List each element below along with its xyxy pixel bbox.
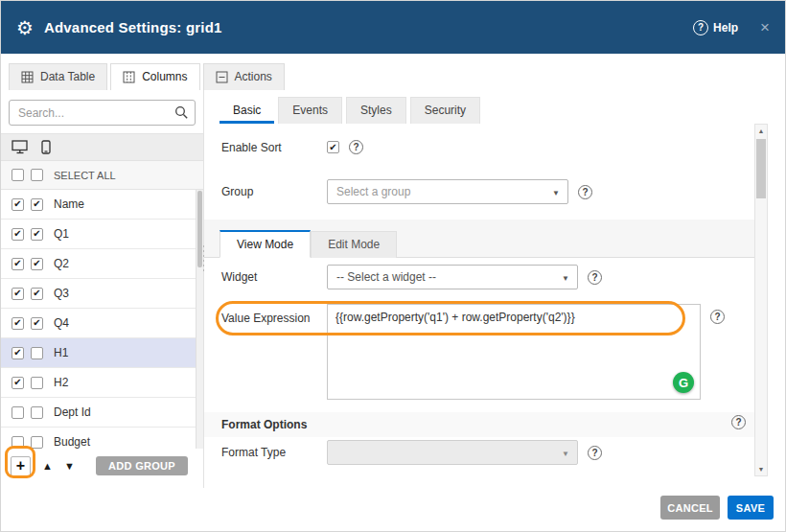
list-item[interactable]: ✔✔Q4	[1, 309, 203, 338]
actions-icon	[216, 71, 228, 83]
search-icon[interactable]	[174, 105, 189, 120]
desktop-checkbox[interactable]	[12, 436, 24, 449]
column-label: H2	[54, 376, 68, 389]
widget-row: Widget -- Select a widget -- ▼ ?	[221, 265, 602, 289]
desktop-checkbox[interactable]: ✔	[12, 258, 24, 270]
select-all-mobile-checkbox[interactable]	[31, 169, 43, 181]
mobile-checkbox[interactable]: ✔	[31, 258, 43, 270]
scroll-up-icon[interactable]: ▲	[755, 125, 767, 137]
tab-basic[interactable]: Basic	[220, 97, 274, 124]
format-options-help-icon[interactable]: ?	[731, 415, 746, 429]
value-expression-row: Value Expression {{row.getProperty('q1')…	[221, 304, 725, 400]
desktop-checkbox[interactable]: ✔	[12, 317, 24, 330]
header-actions: ? Help ×	[693, 19, 770, 35]
list-item[interactable]: ✔H1	[1, 338, 203, 368]
mobile-checkbox[interactable]: ✔	[31, 288, 43, 300]
desktop-checkbox[interactable]: ✔	[12, 228, 24, 241]
mobile-checkbox[interactable]	[31, 436, 43, 449]
widget-select[interactable]: -- Select a widget -- ▼	[327, 265, 578, 289]
help-icon[interactable]: ?	[693, 20, 708, 35]
group-select-value: Select a group	[336, 185, 410, 198]
search-input[interactable]	[10, 101, 195, 125]
widget-help-icon[interactable]: ?	[588, 270, 602, 285]
tab-view-mode[interactable]: View Mode	[220, 230, 311, 258]
widget-select-value: -- Select a widget --	[336, 270, 436, 284]
format-type-help-icon[interactable]: ?	[588, 446, 602, 460]
list-item[interactable]: ✔✔Q1	[1, 220, 203, 249]
advanced-settings-dialog: ⚙ Advanced Settings: grid1 ? Help × Data…	[0, 0, 786, 532]
tab-actions[interactable]: Actions	[203, 63, 285, 90]
panel-scrollbar-thumb[interactable]	[756, 139, 766, 198]
group-select[interactable]: Select a group ▼	[327, 179, 568, 204]
format-type-select[interactable]: ▼	[327, 440, 578, 465]
group-row: Group Select a group ▼ ?	[221, 179, 592, 204]
desktop-checkbox[interactable]: ✔	[12, 288, 24, 300]
list-item[interactable]: ✔✔Q3	[1, 279, 203, 309]
widget-label: Widget	[221, 270, 327, 284]
column-label: Dept Id	[54, 405, 91, 419]
mobile-checkbox[interactable]: ✔	[31, 317, 43, 330]
column-detail-panel: Basic Events Styles Security Enable Sort…	[204, 90, 785, 488]
list-item[interactable]: Budget	[1, 428, 203, 449]
enable-sort-checkbox[interactable]: ✔	[327, 141, 339, 153]
group-label: Group	[221, 185, 327, 198]
mobile-checkbox[interactable]	[31, 377, 43, 389]
chevron-down-icon: ▼	[552, 189, 560, 197]
value-expression-input[interactable]: {{row.getProperty('q1') + row.getPropert…	[327, 304, 701, 400]
mobile-checkbox[interactable]: ✔	[31, 198, 43, 211]
move-down-button[interactable]: ▼	[64, 460, 75, 472]
add-column-button[interactable]: +	[11, 456, 31, 476]
value-expression-help-icon[interactable]: ?	[710, 310, 725, 324]
desktop-checkbox[interactable]: ✔	[12, 347, 24, 359]
column-label: Q2	[54, 257, 69, 270]
list-item[interactable]: ✔✔Q2	[1, 249, 203, 279]
column-label: H1	[54, 346, 68, 359]
grammarly-icon[interactable]: G	[673, 372, 694, 393]
list-item[interactable]: Dept Id	[1, 398, 203, 428]
tab-data-table[interactable]: Data Table	[9, 63, 107, 90]
columns-list-panel: SELECT ALL ✔✔Name✔✔Q1✔✔Q2✔✔Q3✔✔Q4✔H1✔H2D…	[1, 90, 204, 488]
mobile-checkbox[interactable]: ✔	[31, 228, 43, 241]
desktop-checkbox[interactable]: ✔	[12, 198, 24, 211]
tab-styles[interactable]: Styles	[346, 97, 406, 124]
tab-edit-mode[interactable]: Edit Mode	[311, 231, 397, 258]
panel-scrollbar[interactable]: ▲ ▼	[754, 124, 768, 476]
tab-label: Data Table	[40, 70, 95, 83]
save-button[interactable]: SAVE	[728, 496, 774, 520]
column-label: Name	[54, 197, 84, 211]
chevron-down-icon: ▼	[562, 274, 569, 283]
scroll-down-icon[interactable]: ▼	[755, 463, 767, 475]
add-group-button[interactable]: ADD GROUP	[96, 456, 188, 475]
format-options-heading: Format Options	[221, 418, 307, 431]
mobile-checkbox[interactable]	[31, 347, 43, 359]
tab-events[interactable]: Events	[278, 97, 342, 124]
enable-sort-row: Enable Sort ✔ ?	[221, 140, 363, 154]
tab-security[interactable]: Security	[410, 97, 480, 124]
tab-columns[interactable]: Columns	[110, 63, 199, 90]
chevron-down-icon: ▼	[562, 450, 569, 458]
column-label: Q4	[54, 316, 69, 330]
desktop-checkbox[interactable]	[12, 406, 24, 419]
list-item[interactable]: ✔✔Name	[1, 190, 203, 220]
select-all-row[interactable]: SELECT ALL	[1, 161, 203, 190]
mode-tab-bar: View Mode Edit Mode	[220, 230, 397, 258]
select-all-desktop-checkbox[interactable]	[12, 169, 24, 181]
list-item[interactable]: ✔H2	[1, 368, 203, 398]
device-toggle-row	[1, 133, 203, 161]
help-link[interactable]: Help	[713, 21, 738, 35]
data-table-icon	[21, 71, 34, 83]
value-expression-field: {{row.getProperty('q1') + row.getPropert…	[327, 304, 701, 400]
tab-label: Columns	[142, 70, 187, 83]
enable-sort-help-icon[interactable]: ?	[349, 140, 363, 154]
mobile-checkbox[interactable]	[31, 406, 43, 419]
format-type-row: Format Type ▼ ?	[221, 440, 602, 465]
close-icon[interactable]: ×	[760, 19, 770, 35]
move-up-button[interactable]: ▲	[42, 460, 53, 472]
list-scrollbar[interactable]	[196, 190, 203, 449]
desktop-checkbox[interactable]: ✔	[12, 377, 24, 389]
desktop-icon[interactable]	[12, 140, 29, 154]
cancel-button[interactable]: CANCEL	[660, 496, 720, 520]
enable-sort-label: Enable Sort	[221, 141, 327, 154]
mobile-icon[interactable]	[41, 140, 51, 154]
group-help-icon[interactable]: ?	[578, 185, 592, 199]
